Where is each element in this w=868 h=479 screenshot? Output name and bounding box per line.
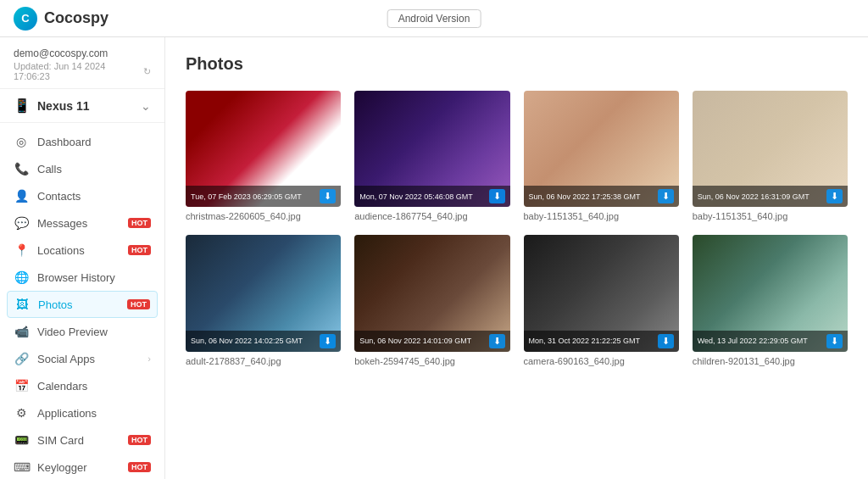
hot-badge: HOT	[128, 462, 151, 472]
calendars-icon: 📅	[14, 379, 29, 393]
photo-thumbnail: Mon, 31 Oct 2022 21:22:25 GMT ⬇	[524, 235, 679, 351]
photo-item: Mon, 31 Oct 2022 21:22:25 GMT ⬇ camera-6…	[524, 235, 679, 365]
photo-date: Sun, 06 Nov 2022 17:25:38 GMT	[529, 192, 641, 201]
logo-icon: C	[14, 7, 37, 31]
sidebar-item-calls[interactable]: 📞 Calls	[0, 155, 164, 182]
messages-icon: 💬	[14, 216, 29, 230]
device-icon: 📱	[14, 97, 31, 114]
photo-overlay: Wed, 13 Jul 2022 22:29:05 GMT ⬇	[693, 331, 848, 352]
user-info: demo@cocospy.com Updated: Jun 14 2024 17…	[0, 37, 164, 89]
download-button[interactable]: ⬇	[320, 334, 336, 348]
browser-history-icon: 🌐	[14, 270, 29, 284]
photo-date: Tue, 07 Feb 2023 06:29:05 GMT	[191, 192, 302, 201]
photo-thumbnail: Wed, 13 Jul 2022 22:29:05 GMT ⬇	[693, 235, 848, 351]
dashboard-icon: ◎	[14, 135, 29, 148]
download-button[interactable]: ⬇	[826, 189, 843, 203]
main-content: Photos Tue, 07 Feb 2023 06:29:05 GMT ⬇ c…	[165, 37, 868, 479]
photo-filename: baby-1151351_640.jpg	[693, 211, 848, 221]
refresh-icon[interactable]: ↻	[143, 66, 151, 77]
keylogger-icon: ⌨	[14, 460, 29, 474]
calls-icon: 📞	[14, 162, 29, 175]
photo-item: Sun, 06 Nov 2022 17:25:38 GMT ⬇ baby-115…	[524, 91, 679, 221]
sidebar-item-locations[interactable]: 📍 Locations HOT	[0, 237, 164, 264]
logo-area: C Cocospy	[14, 7, 108, 31]
photo-filename: camera-690163_640.jpg	[524, 356, 679, 366]
photo-thumbnail: Sun, 06 Nov 2022 16:31:09 GMT ⬇	[693, 91, 848, 207]
sidebar-item-contacts[interactable]: 👤 Contacts	[0, 182, 164, 209]
photo-item: Tue, 07 Feb 2023 06:29:05 GMT ⬇ christma…	[186, 91, 341, 221]
photo-overlay: Sun, 06 Nov 2022 16:31:09 GMT ⬇	[693, 186, 848, 207]
photo-date: Mon, 31 Oct 2022 21:22:25 GMT	[529, 337, 641, 345]
nav-menu: ◎ Dashboard 📞 Calls 👤 Contacts 💬 Message…	[0, 123, 164, 479]
sidebar-item-dashboard[interactable]: ◎ Dashboard	[0, 128, 164, 155]
photo-item: Wed, 13 Jul 2022 22:29:05 GMT ⬇ children…	[693, 235, 848, 365]
photo-overlay: Mon, 31 Oct 2022 21:22:25 GMT ⬇	[524, 331, 679, 352]
photo-date: Sun, 06 Nov 2022 16:31:09 GMT	[698, 192, 810, 201]
photo-filename: baby-1151351_640.jpg	[524, 211, 679, 221]
sidebar-item-social-apps[interactable]: 🔗 Social Apps ›	[0, 345, 164, 372]
photo-thumbnail: Sun, 06 Nov 2022 14:02:25 GMT ⬇	[186, 235, 341, 351]
sidebar-item-label: Calendars	[37, 380, 151, 393]
chevron-right-icon: ›	[147, 354, 151, 364]
sidebar-item-label: Browser History	[37, 271, 151, 284]
user-email: demo@cocospy.com	[14, 47, 151, 59]
sidebar-item-sim-card[interactable]: 📟 SIM Card HOT	[0, 426, 164, 454]
device-selector[interactable]: 📱 Nexus 11 ⌄	[0, 89, 164, 123]
android-version-badge: Android Version	[387, 9, 481, 28]
device-info: 📱 Nexus 11	[14, 97, 89, 114]
sidebar-item-browser-history[interactable]: 🌐 Browser History	[0, 264, 164, 291]
social-apps-icon: 🔗	[14, 352, 29, 365]
user-updated: Updated: Jun 14 2024 17:06:23 ↻	[14, 61, 151, 81]
sidebar-item-video-preview[interactable]: 📹 Video Preview	[0, 318, 164, 345]
download-button[interactable]: ⬇	[489, 189, 505, 203]
photo-overlay: Sun, 06 Nov 2022 17:25:38 GMT ⬇	[524, 186, 679, 207]
hot-badge: HOT	[127, 299, 150, 309]
photo-filename: bokeh-2594745_640.jpg	[354, 356, 509, 366]
photo-date: Wed, 13 Jul 2022 22:29:05 GMT	[698, 337, 808, 345]
top-bar: C Cocospy Android Version	[0, 0, 868, 37]
hot-badge: HOT	[128, 245, 151, 255]
app-name: Cocospy	[44, 9, 108, 27]
sidebar-item-label: Contacts	[37, 190, 151, 203]
photo-filename: adult-2178837_640.jpg	[186, 356, 341, 366]
photo-overlay: Tue, 07 Feb 2023 06:29:05 GMT ⬇	[186, 186, 341, 207]
device-name: Nexus 11	[37, 99, 89, 113]
download-button[interactable]: ⬇	[489, 334, 505, 348]
download-button[interactable]: ⬇	[320, 189, 336, 203]
photos-grid: Tue, 07 Feb 2023 06:29:05 GMT ⬇ christma…	[186, 91, 848, 366]
sidebar-item-keylogger[interactable]: ⌨ Keylogger HOT	[0, 454, 164, 479]
photo-filename: audience-1867754_640.jpg	[354, 211, 509, 221]
sidebar-item-label: Photos	[38, 298, 117, 311]
photo-thumbnail: Mon, 07 Nov 2022 05:46:08 GMT ⬇	[354, 91, 509, 207]
photo-date: Sun, 06 Nov 2022 14:01:09 GMT	[359, 337, 471, 345]
photo-thumbnail: Sun, 06 Nov 2022 14:01:09 GMT ⬇	[354, 235, 509, 351]
photo-overlay: Sun, 06 Nov 2022 14:01:09 GMT ⬇	[354, 331, 509, 352]
sim-card-icon: 📟	[14, 433, 29, 447]
hot-badge: HOT	[128, 218, 151, 228]
photo-overlay: Mon, 07 Nov 2022 05:46:08 GMT ⬇	[354, 186, 509, 207]
contacts-icon: 👤	[14, 189, 29, 203]
page-title: Photos	[186, 54, 848, 74]
photo-item: Sun, 06 Nov 2022 14:02:25 GMT ⬇ adult-21…	[186, 235, 341, 365]
photo-filename: christmas-2260605_640.jpg	[186, 211, 341, 221]
sidebar-item-label: Dashboard	[37, 136, 151, 148]
photo-date: Sun, 06 Nov 2022 14:02:25 GMT	[191, 337, 303, 345]
sidebar-item-applications[interactable]: ⚙ Applications	[0, 399, 164, 426]
sidebar: demo@cocospy.com Updated: Jun 14 2024 17…	[0, 37, 165, 479]
download-button[interactable]: ⬇	[658, 189, 674, 203]
sidebar-item-label: Video Preview	[37, 326, 151, 338]
locations-icon: 📍	[14, 243, 29, 257]
photo-thumbnail: Sun, 06 Nov 2022 17:25:38 GMT ⬇	[524, 91, 679, 207]
photo-item: Sun, 06 Nov 2022 14:01:09 GMT ⬇ bokeh-25…	[354, 235, 509, 365]
download-button[interactable]: ⬇	[826, 334, 843, 348]
sidebar-item-photos[interactable]: 🖼 Photos HOT	[7, 291, 158, 318]
sidebar-item-label: Calls	[37, 163, 151, 175]
photo-filename: children-920131_640.jpg	[693, 356, 848, 366]
sidebar-item-messages[interactable]: 💬 Messages HOT	[0, 209, 164, 237]
chevron-down-icon[interactable]: ⌄	[141, 99, 151, 113]
photo-thumbnail: Tue, 07 Feb 2023 06:29:05 GMT ⬇	[186, 91, 341, 207]
sidebar-item-calendars[interactable]: 📅 Calendars	[0, 372, 164, 399]
photo-overlay: Sun, 06 Nov 2022 14:02:25 GMT ⬇	[186, 331, 341, 352]
hot-badge: HOT	[128, 435, 151, 445]
download-button[interactable]: ⬇	[658, 334, 674, 348]
